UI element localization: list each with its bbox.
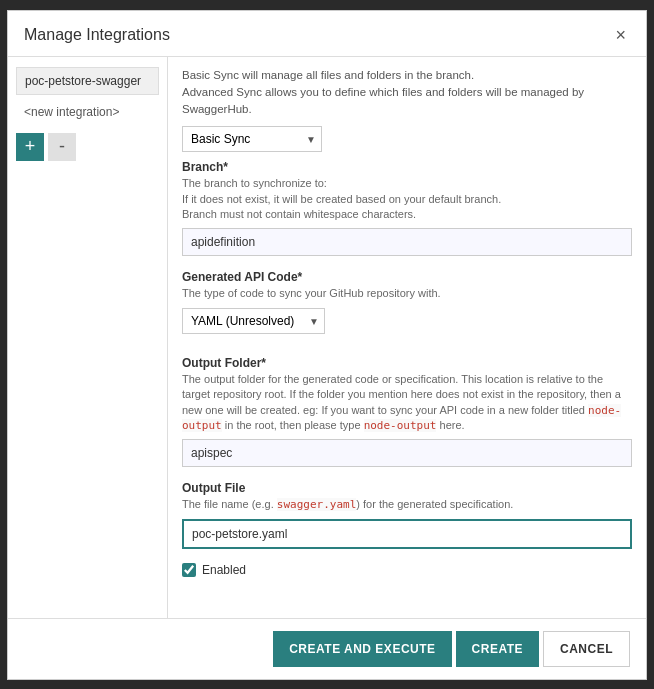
api-code-wrapper: YAML (Unresolved) YAML (Resolved) JSON (…: [182, 308, 325, 334]
output-file-hint: The file name (e.g. swagger.yaml) for th…: [182, 497, 632, 512]
output-file-section: Output File The file name (e.g. swagger.…: [182, 481, 632, 548]
sync-info: Basic Sync will manage all files and fol…: [182, 67, 632, 119]
modal-body: poc-petstore-swagger <new integration> +…: [8, 57, 646, 618]
output-folder-hint: The output folder for the generated code…: [182, 372, 632, 434]
remove-integration-button[interactable]: -: [48, 133, 76, 161]
modal-title: Manage Integrations: [24, 26, 170, 44]
sync-info-text-2: Advanced Sync allows you to define which…: [182, 86, 584, 115]
output-folder-hint-3: here.: [436, 419, 464, 431]
output-file-hint-1: The file name (e.g.: [182, 498, 277, 510]
branch-hint: The branch to synchronize to: If it does…: [182, 176, 632, 222]
sidebar-integration-item[interactable]: poc-petstore-swagger: [16, 67, 159, 95]
output-folder-hint-1: The output folder for the generated code…: [182, 373, 621, 416]
sidebar: poc-petstore-swagger <new integration> +…: [8, 57, 168, 618]
output-file-code: swagger.yaml: [277, 498, 356, 511]
branch-section: Branch* The branch to synchronize to: If…: [182, 160, 632, 256]
sync-type-wrapper: Basic Sync Advanced Sync ▼: [182, 126, 322, 152]
sidebar-buttons: + -: [16, 133, 159, 161]
enabled-row: Enabled: [182, 563, 632, 577]
create-and-execute-button[interactable]: CREATE AND EXECUTE: [273, 631, 451, 667]
sync-type-select[interactable]: Basic Sync Advanced Sync: [182, 126, 322, 152]
api-code-section: Generated API Code* The type of code to …: [182, 270, 632, 341]
output-folder-code-2: node-output: [364, 419, 437, 432]
create-button[interactable]: CREATE: [456, 631, 539, 667]
enabled-label: Enabled: [202, 563, 246, 577]
main-content: Basic Sync will manage all files and fol…: [168, 57, 646, 618]
close-button[interactable]: ×: [611, 25, 630, 46]
branch-hint-3: Branch must not contain whitespace chara…: [182, 208, 416, 220]
output-file-label: Output File: [182, 481, 632, 495]
output-folder-input[interactable]: [182, 439, 632, 467]
enabled-checkbox[interactable]: [182, 563, 196, 577]
sync-info-text-1: Basic Sync will manage all files and fol…: [182, 69, 474, 81]
output-file-input[interactable]: [182, 519, 632, 549]
add-integration-button[interactable]: +: [16, 133, 44, 161]
output-folder-section: Output Folder* The output folder for the…: [182, 356, 632, 468]
modal-footer: CREATE AND EXECUTE CREATE CANCEL: [8, 618, 646, 679]
cancel-button[interactable]: CANCEL: [543, 631, 630, 667]
sidebar-new-item[interactable]: <new integration>: [16, 101, 159, 123]
api-code-hint: The type of code to sync your GitHub rep…: [182, 286, 632, 301]
output-folder-label: Output Folder*: [182, 356, 632, 370]
output-folder-hint-2: in the root, then please type: [222, 419, 364, 431]
api-code-select[interactable]: YAML (Unresolved) YAML (Resolved) JSON (…: [182, 308, 325, 334]
branch-hint-1: The branch to synchronize to:: [182, 177, 327, 189]
modal-overlay: Manage Integrations × poc-petstore-swagg…: [0, 0, 654, 689]
modal: Manage Integrations × poc-petstore-swagg…: [7, 10, 647, 680]
branch-input[interactable]: [182, 228, 632, 256]
branch-label: Branch*: [182, 160, 632, 174]
modal-header: Manage Integrations ×: [8, 11, 646, 57]
api-code-label: Generated API Code*: [182, 270, 632, 284]
output-file-hint-2: ) for the generated specification.: [356, 498, 513, 510]
branch-hint-2: If it does not exist, it will be created…: [182, 193, 501, 205]
